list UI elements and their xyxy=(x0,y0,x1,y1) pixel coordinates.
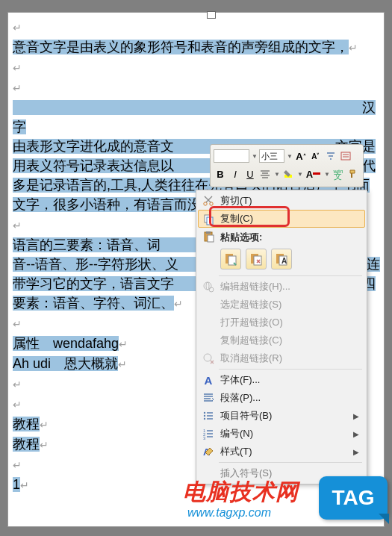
tab-marker xyxy=(207,11,216,19)
text-selection[interactable]: 属性 wendafahg xyxy=(13,336,119,351)
paste-merge-button[interactable] xyxy=(246,249,267,269)
grow-font-button[interactable]: A˄ xyxy=(294,149,308,163)
submenu-arrow-icon: ▶ xyxy=(353,448,359,456)
svg-point-3 xyxy=(210,202,213,205)
svg-rect-7 xyxy=(206,231,211,234)
text-selection[interactable]: Ah udi 恩大概就 xyxy=(13,356,118,371)
svg-point-2 xyxy=(204,202,207,205)
format-painter-button[interactable] xyxy=(346,166,360,181)
paragraph-icon xyxy=(201,390,216,405)
menu-label: 复制超链接(C) xyxy=(220,334,282,347)
menu-open-hyperlink[interactable]: 打开超链接(O) xyxy=(198,314,365,331)
menu-numbering[interactable]: 123 编号(N) ▶ xyxy=(198,425,365,443)
menu-label: 插入符号(S) xyxy=(220,467,272,480)
menu-copy-hyperlink[interactable]: 复制超链接(C) xyxy=(198,331,365,349)
menu-edit-hyperlink[interactable]: 编辑超链接(H)... xyxy=(198,278,365,296)
svg-point-17 xyxy=(206,282,209,290)
svg-point-18 xyxy=(209,287,214,292)
highlight-button[interactable] xyxy=(281,166,295,181)
menu-font[interactable]: A 字体(F)... xyxy=(198,371,365,389)
paste-text-only-button[interactable]: A xyxy=(271,249,292,269)
font-family-selector[interactable] xyxy=(214,149,249,163)
paste-options-row: A xyxy=(198,246,365,274)
menu-select-hyperlink[interactable]: 选定超链接(S) xyxy=(198,296,365,314)
font-icon: A xyxy=(201,373,216,387)
paste-keep-source-button[interactable] xyxy=(220,249,241,269)
svg-rect-8 xyxy=(208,235,214,242)
submenu-arrow-icon: ▶ xyxy=(353,412,359,420)
styles-button[interactable] xyxy=(339,149,352,163)
svg-point-19 xyxy=(204,354,211,361)
menu-remove-hyperlink[interactable]: 取消超链接(R) xyxy=(198,349,365,367)
submenu-arrow-icon: ▶ xyxy=(353,430,359,438)
change-case-button[interactable] xyxy=(324,149,337,163)
font-size-selector[interactable] xyxy=(259,149,284,163)
menu-styles[interactable]: A 样式(T) ▶ xyxy=(198,443,365,461)
menu-cut-label: 剪切(T) xyxy=(220,194,252,208)
text-selection[interactable]: 教程 xyxy=(13,417,40,431)
bullets-icon xyxy=(201,408,216,423)
menu-label: 打开超链接(O) xyxy=(220,316,283,329)
menu-label: 编号(N) xyxy=(220,427,253,440)
shrink-font-button[interactable]: A˅ xyxy=(309,149,323,163)
numbering-icon: 123 xyxy=(201,426,216,441)
bold-button[interactable]: B xyxy=(214,166,227,181)
tag-badge: TAG xyxy=(319,476,388,520)
menu-label: 选定超链接(S) xyxy=(220,298,281,311)
text-selection[interactable]: 汉字 xyxy=(13,100,376,134)
underline-button[interactable]: U xyxy=(243,166,257,181)
menu-label: 样式(T) xyxy=(220,445,252,458)
copy-icon xyxy=(202,212,217,227)
mini-toolbar: ▼ ▼ A˄ A˅ B I U ▼ ▼ A▼ wén文 xyxy=(210,144,364,187)
align-center-button[interactable] xyxy=(258,166,272,181)
text-selection[interactable]: 要素：语音、字符、词汇、 xyxy=(13,296,174,311)
ruby-button[interactable]: wén文 xyxy=(332,166,345,181)
styles-icon: A xyxy=(201,444,216,459)
menu-copy-label: 复制(C) xyxy=(220,212,253,225)
italic-button[interactable]: I xyxy=(228,166,242,181)
paste-options-header: 粘贴选项: xyxy=(198,228,365,246)
text-selection[interactable]: 教程 xyxy=(13,437,40,452)
menu-label: 项目符号(B) xyxy=(220,409,272,423)
menu-label: 段落(P)... xyxy=(220,391,261,405)
svg-text:3: 3 xyxy=(203,436,206,440)
svg-rect-0 xyxy=(341,152,350,160)
scissors-icon xyxy=(201,193,216,208)
clipboard-icon xyxy=(201,229,216,244)
menu-cut[interactable]: 剪切(T) xyxy=(198,192,365,210)
text-selection[interactable]: 1 xyxy=(13,477,20,492)
text-selection[interactable]: 意音文字是由表义的象形符号和表音的声旁组成的文字， xyxy=(13,40,349,54)
svg-text:A: A xyxy=(281,257,287,265)
svg-point-22 xyxy=(204,418,205,420)
menu-bullets[interactable]: 项目符号(B) ▶ xyxy=(198,407,365,425)
font-color-button[interactable]: A xyxy=(305,166,322,181)
remove-link-icon xyxy=(201,351,216,366)
svg-point-16 xyxy=(204,282,211,290)
menu-label: 编辑超链接(H)... xyxy=(220,280,290,293)
menu-label: 取消超链接(R) xyxy=(220,352,282,365)
menu-copy[interactable]: 复制(C) xyxy=(198,210,365,228)
svg-point-20 xyxy=(204,412,205,414)
svg-point-21 xyxy=(204,415,205,417)
svg-rect-5 xyxy=(207,217,213,225)
menu-label: 字体(F)... xyxy=(220,373,260,387)
globe-link-icon xyxy=(201,279,216,294)
context-menu: 剪切(T) 复制(C) 粘贴选项: A 编辑超链接(H)... 选定超链接(S) xyxy=(196,190,367,484)
menu-paragraph[interactable]: 段落(P)... xyxy=(198,389,365,407)
